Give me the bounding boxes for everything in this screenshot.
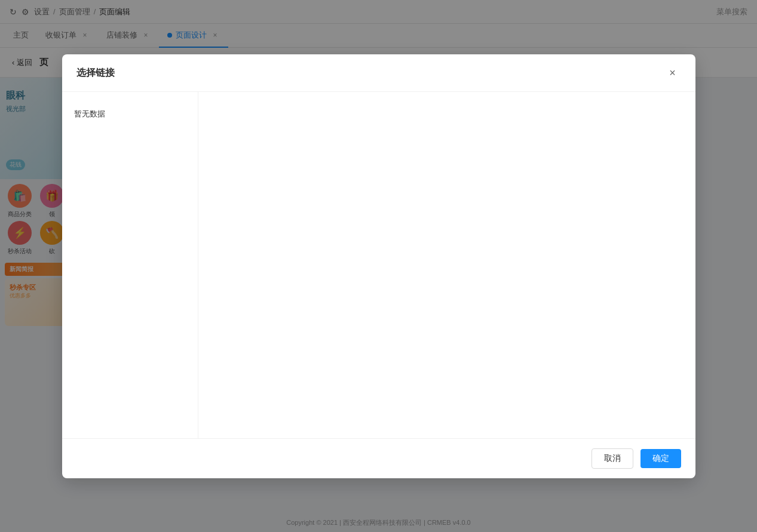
modal-body: 暂无数据 xyxy=(62,92,695,438)
modal-main-content xyxy=(198,92,695,438)
confirm-button[interactable]: 确定 xyxy=(640,449,681,468)
modal-title: 选择链接 xyxy=(76,67,115,79)
cancel-button[interactable]: 取消 xyxy=(591,448,633,469)
modal-close-button[interactable]: × xyxy=(664,65,681,82)
select-link-modal: 选择链接 × 暂无数据 取消 确定 xyxy=(62,54,695,478)
modal-header: 选择链接 × xyxy=(62,54,695,92)
modal-footer: 取消 确定 xyxy=(62,438,695,478)
sidebar-no-data: 暂无数据 xyxy=(62,99,198,129)
modal-sidebar: 暂无数据 xyxy=(62,92,198,438)
